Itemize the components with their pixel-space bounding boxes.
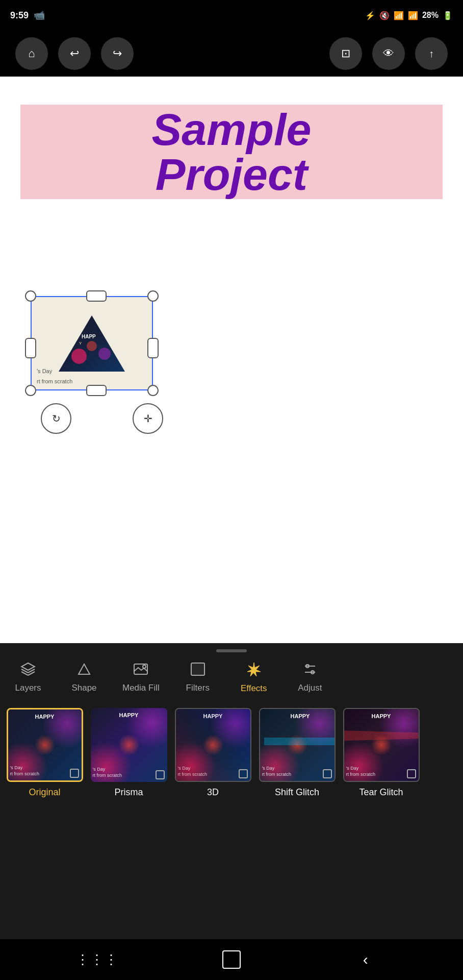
tab-filters[interactable]: Filters [170,658,226,697]
system-menu-button[interactable]: ⋮⋮⋮ [87,949,108,970]
split-icon: ⊡ [341,47,350,60]
effect-original-text: HAPPY [8,714,82,720]
preview-button[interactable]: 👁 [372,37,405,70]
effect-prisma[interactable]: HAPPY 's Day rt from scratch Prisma [89,708,168,798]
toolbar-right: ⊡ 👁 ↑ [329,37,448,70]
svg-text:Y: Y [79,341,82,346]
undo-button[interactable]: ↩ [58,37,91,70]
rotate-icon: ↻ [52,412,61,425]
effect-3d[interactable]: HAPPY 's Day rt from scratch 3D [173,708,252,798]
move-icon: ✛ [144,412,152,425]
effect-shift-thumb[interactable]: HAPPY 's Day rt from scratch [259,708,336,782]
mute-icon: 🔇 [379,11,390,20]
tab-effects-label: Effects [241,683,267,694]
tab-filters-label: Filters [186,683,210,693]
bottom-nav: Layers Shape Media Fill [0,652,463,700]
tab-adjust-label: Adjust [298,683,322,693]
svg-marker-11 [79,664,90,674]
effect-tear-sub2: rt from scratch [346,772,376,777]
home-button[interactable]: ⌂ [15,37,48,70]
signal-icon: 📶 [408,11,418,20]
handle-middle-right[interactable] [147,338,159,358]
tab-shape-label: Shape [71,683,96,693]
redo-button[interactable]: ↪ [101,37,134,70]
effect-shift-glitch[interactable]: HAPPY 's Day rt from scratch Shift Glitc… [258,708,337,798]
filters-icon [190,662,205,680]
redo-icon: ↪ [113,47,122,60]
adjust-icon [302,662,318,680]
bottom-panel: Layers Shape Media Fill [0,643,463,980]
tab-shape[interactable]: Shape [56,658,112,697]
tab-media-fill[interactable]: Media Fill [112,658,170,697]
effect-shift-sub1: 's Day [262,766,275,771]
rotate-button[interactable]: ↻ [41,403,71,434]
move-button[interactable]: ✛ [133,403,163,434]
canvas-area[interactable]: SampleProject [0,77,463,643]
handle-top-center[interactable] [86,290,107,302]
battery-text: 28% [422,11,439,20]
toolbar: ⌂ ↩ ↪ ⊡ 👁 ↑ [0,31,463,77]
effect-prisma-thumb[interactable]: HAPPY 's Day rt from scratch [91,708,167,782]
effect-3d-thumb[interactable]: HAPPY 's Day rt from scratch [175,708,251,782]
effect-tear-glitch[interactable]: HAPPY 's Day rt from scratch Tear Glitch [342,708,421,798]
handle-top-left[interactable] [25,290,36,302]
effect-prisma-sub2: rt from scratch [93,773,122,778]
effect-prisma-label: Prisma [114,787,143,798]
effect-original-sub1: 's Day [10,765,23,770]
svg-text:HAPP: HAPP [82,334,96,339]
action-buttons: ↻ ✛ [41,403,163,434]
effect-tear-label: Tear Glitch [359,787,403,798]
handle-bottom-left[interactable] [25,385,36,396]
status-left: 9:59 📹 [10,10,45,21]
status-time: 9:59 [10,10,29,21]
handle-bottom-right[interactable] [147,385,159,396]
svg-point-1 [71,349,87,364]
export-button[interactable]: ↑ [415,37,448,70]
tab-layers-label: Layers [15,683,41,693]
effect-tear-thumb[interactable]: HAPPY 's Day rt from scratch [343,708,420,782]
system-back-button[interactable]: ‹ [355,949,376,970]
element-svg: HAPP Y [54,310,130,377]
effect-3d-checkbox [239,769,248,778]
effect-prisma-text: HAPPY [91,712,167,718]
svg-point-3 [87,341,97,351]
effect-3d-text: HAPPY [176,713,250,719]
effect-prisma-sub1: 's Day [93,767,106,772]
selected-element[interactable]: HAPP Y 's Day rt from scratch [31,296,153,390]
system-home-button[interactable] [221,949,242,970]
effect-tear-text: HAPPY [344,713,419,719]
effect-original-checkbox [70,769,79,778]
effects-row: HAPPY 's Day rt from scratch Original HA… [0,700,463,939]
battery-icon: 🔋 [443,11,453,20]
toolbar-left: ⌂ ↩ ↪ [15,37,134,70]
effect-3d-sub1: 's Day [178,766,191,771]
effect-prisma-inner: HAPPY 's Day rt from scratch [91,708,167,782]
status-bar: 9:59 📹 ⚡ 🔇 📶 📶 28% 🔋 [0,0,463,31]
element-label-2: rt from scratch [37,378,72,384]
media-fill-icon [133,662,148,680]
tab-effects[interactable]: Effects [226,657,282,698]
effect-original[interactable]: HAPPY 's Day rt from scratch Original [5,708,84,798]
handle-middle-left[interactable] [25,338,36,358]
handle-bottom-center[interactable] [86,385,107,396]
back-icon: ‹ [363,951,368,968]
svg-point-2 [98,348,111,360]
tab-layers[interactable]: Layers [0,658,56,697]
bluetooth-icon: ⚡ [365,11,375,20]
effect-shift-text: HAPPY [263,713,335,719]
home-icon: ⌂ [28,47,35,60]
sample-banner: SampleProject [20,105,443,199]
effect-original-thumb[interactable]: HAPPY 's Day rt from scratch [7,708,83,782]
system-nav: ⋮⋮⋮ ‹ [0,939,463,980]
effect-shift-label: Shift Glitch [275,787,319,798]
effect-3d-sub2: rt from scratch [178,772,208,777]
element-label-1: 's Day [37,368,52,374]
handle-top-right[interactable] [147,290,159,302]
shape-icon [76,662,92,680]
tab-adjust[interactable]: Adjust [282,658,338,697]
effect-original-label: Original [29,787,60,798]
effect-prisma-checkbox [156,770,165,779]
effect-shift-inner: HAPPY 's Day rt from scratch [260,709,335,781]
status-right: ⚡ 🔇 📶 📶 28% 🔋 [365,11,453,20]
split-button[interactable]: ⊡ [329,37,362,70]
